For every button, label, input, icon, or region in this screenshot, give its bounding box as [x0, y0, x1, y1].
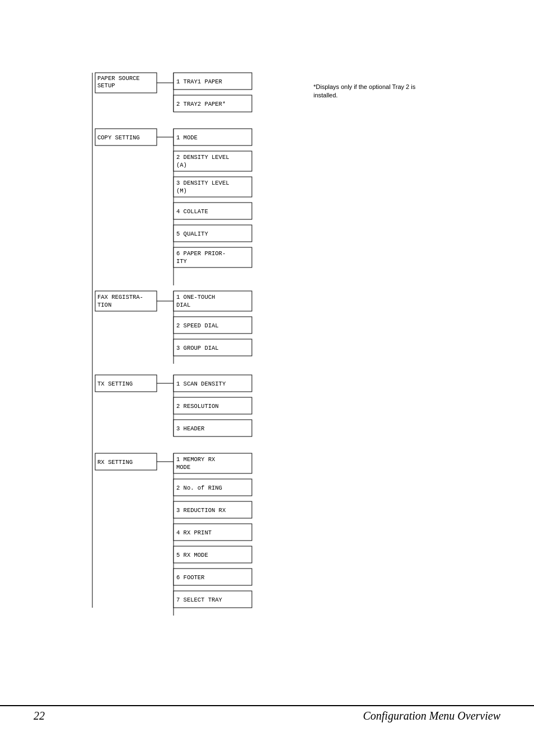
- footer-title: Configuration Menu Overview: [363, 706, 500, 722]
- paper-source-label: PAPER SOURCE: [97, 75, 140, 82]
- onetouch-dial-item: 1 ONE-TOUCH: [176, 294, 215, 300]
- quality-item: 5 QUALITY: [176, 231, 208, 237]
- paper-source-label2: SETUP: [97, 82, 115, 89]
- mode-item: 1 MODE: [176, 134, 198, 141]
- scan-density-item: 1 SCAN DENSITY: [176, 381, 226, 387]
- page-number: 22: [34, 706, 45, 722]
- collate-item: 4 COLLATE: [176, 208, 208, 215]
- no-of-ring-item: 2 No. of RING: [176, 485, 222, 491]
- fax-reg-label2: TION: [97, 302, 111, 308]
- rx-mode-item: 5 RX MODE: [176, 552, 208, 558]
- resolution-item: 2 RESOLUTION: [176, 403, 219, 410]
- select-tray-item: 7 SELECT TRAY: [176, 597, 223, 603]
- group-dial-item: 3 GROUP DIAL: [176, 345, 219, 351]
- speed-dial-item: 2 SPEED DIAL: [176, 322, 219, 329]
- note-text: *Displays only if the optional Tray 2 is…: [313, 83, 425, 100]
- header-item: 3 HEADER: [176, 425, 205, 432]
- paper-priority-item2: ITY: [176, 258, 188, 265]
- rx-setting-label: RX SETTING: [97, 459, 133, 466]
- memory-rx-item2: MODE: [176, 464, 190, 471]
- page: PAPER SOURCE SETUP 1 TRAY1 PAPER 2 TRAY2…: [0, 0, 534, 756]
- density-m-item2: (M): [176, 187, 187, 194]
- density-a-item2: (A): [176, 162, 187, 168]
- density-a-item: 2 DENSITY LEVEL: [176, 154, 229, 161]
- menu-diagram: PAPER SOURCE SETUP 1 TRAY1 PAPER 2 TRAY2…: [90, 67, 313, 627]
- rx-print-item: 4 RX PRINT: [176, 529, 212, 536]
- tray1-paper: 1 TRAY1 PAPER: [176, 78, 223, 85]
- memory-rx-item: 1 MEMORY RX: [176, 456, 216, 463]
- density-m-item: 3 DENSITY LEVEL: [176, 180, 229, 186]
- tx-setting-label: TX SETTING: [97, 381, 133, 387]
- page-footer: 22 Configuration Menu Overview: [0, 705, 534, 722]
- diagram-container: PAPER SOURCE SETUP 1 TRAY1 PAPER 2 TRAY2…: [90, 67, 313, 630]
- footer-item: 6 FOOTER: [176, 574, 205, 581]
- copy-setting-label: COPY SETTING: [97, 134, 140, 141]
- tray2-paper: 2 TRAY2 PAPER*: [176, 101, 226, 107]
- paper-priority-item: 6 PAPER PRIOR-: [176, 250, 226, 257]
- reduction-rx-item: 3 REDUCTION RX: [176, 507, 226, 514]
- onetouch-dial-item2: DIAL: [176, 302, 190, 308]
- fax-reg-label: FAX REGISTRA-: [97, 294, 143, 300]
